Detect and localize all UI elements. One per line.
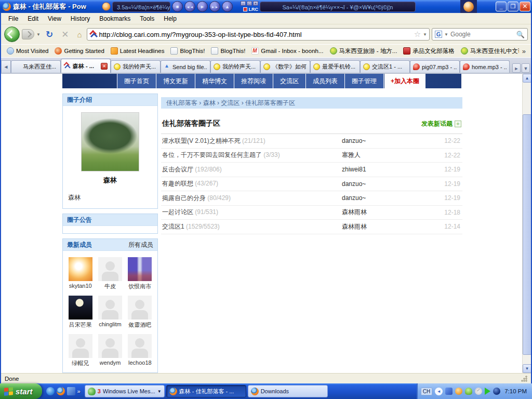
menu-item[interactable]: Help (159, 14, 181, 23)
player-prev-button[interactable]: ◄◄ (184, 1, 195, 12)
member-item[interactable]: lechoo18 (126, 334, 154, 367)
vertical-scrollbar[interactable]: ▲ ▼ (522, 74, 531, 373)
group-photo[interactable] (81, 112, 139, 171)
taskbar-task-button[interactable]: 3 Windows Live Mes... ▼ (85, 385, 165, 397)
tab[interactable]: Send big file... ✕ (161, 60, 210, 73)
bookmark-item[interactable]: Latest Headlines (108, 46, 167, 56)
language-indicator[interactable]: CH (421, 388, 432, 395)
tray-icon[interactable] (465, 388, 472, 395)
stop-button[interactable]: ✕ (58, 29, 72, 40)
menu-item[interactable]: Tools (136, 14, 158, 23)
bookmark-item[interactable]: Gmail - Inbox - boonh... (249, 46, 326, 56)
player-next-button[interactable]: ►► (209, 1, 220, 12)
topic-author-link[interactable]: 森林雨林 (342, 208, 434, 217)
group-nav-item[interactable]: 圈子首页 (117, 74, 156, 88)
tab-close-button[interactable]: ✕ (101, 63, 108, 70)
search-input[interactable] (450, 31, 514, 38)
breadcrumb[interactable]: 佳礼部落客 › 森林 › 交流区 › 佳礼部落客圈子区 (161, 97, 462, 109)
resize-grip[interactable] (521, 375, 527, 382)
topic-author-link[interactable]: danzuo~ (342, 137, 434, 144)
reload-button[interactable]: ↻ (43, 29, 56, 40)
member-item[interactable]: 敛靈酒吧 (126, 296, 154, 329)
player-play-button[interactable]: ► (197, 1, 208, 12)
player-restore-button[interactable]: □ (247, 1, 252, 6)
all-members-link[interactable]: 所有成员 (128, 241, 153, 249)
topic-author-link[interactable]: danzuo~ (342, 180, 434, 188)
restore-button[interactable]: ❐ (508, 2, 518, 11)
bookmark-item[interactable]: Most Visited (4, 46, 51, 56)
tray-icon[interactable] (475, 388, 482, 395)
topic-author-link[interactable]: zhiwei81 (342, 166, 434, 173)
topic-title-link[interactable]: 灌水联盟(V 2.01)之精神不死 (162, 137, 241, 144)
close-button[interactable]: ✕ (520, 2, 530, 11)
search-go-icon[interactable]: 🔍 (516, 31, 525, 38)
member-avatar[interactable] (128, 257, 152, 281)
member-avatar[interactable] (69, 334, 92, 358)
player-close-button[interactable]: × (253, 1, 258, 6)
firefox-quicklaunch-icon[interactable] (57, 387, 65, 395)
member-item[interactable]: 吕宋芒果 (66, 296, 95, 329)
quicklaunch-overflow-chevron[interactable]: » (77, 388, 81, 394)
tab[interactable]: 我的铃声天... ✕ (111, 60, 161, 73)
bookmarks-overflow-chevron[interactable]: » (520, 47, 528, 55)
bookmark-item[interactable]: 承品文化部落格 (401, 46, 457, 56)
task-group-dropdown-icon[interactable]: ▼ (157, 389, 162, 394)
bookmark-star-icon[interactable]: ☆ (414, 30, 421, 39)
scroll-down-button[interactable]: ▼ (523, 364, 531, 373)
member-item[interactable]: 绿帽兄 (66, 334, 95, 367)
member-item[interactable]: chinglitm (96, 296, 124, 329)
tab[interactable]: pig07.mp3 - ... ✕ (410, 60, 460, 73)
scroll-up-button[interactable]: ▲ (523, 74, 531, 83)
menu-item[interactable]: File (4, 14, 22, 23)
tab-list-dropdown-button[interactable]: ▼ (522, 63, 530, 73)
url-dropdown-icon[interactable]: ▼ (423, 32, 427, 37)
member-item[interactable]: 饮恨南市 (126, 257, 154, 290)
member-avatar[interactable] (69, 296, 92, 320)
topic-author-link[interactable]: 塞雅人 (342, 151, 434, 159)
topic-title-link[interactable]: 揭露自己的分身 (162, 194, 206, 202)
group-nav-item[interactable]: 推荐阅读 (234, 74, 273, 88)
app-quicklaunch-icon[interactable] (67, 387, 75, 395)
menu-item[interactable]: Edit (23, 14, 43, 23)
member-item[interactable]: skytan10 (66, 257, 95, 290)
join-group-button[interactable]: +加入本圈 (384, 74, 425, 88)
tab[interactable]: 森林 - ... ✕ (61, 59, 111, 73)
tab[interactable]: 交流区1 - ... ✕ (360, 60, 410, 73)
member-avatar[interactable] (98, 296, 122, 320)
topic-author-link[interactable]: danzuo~ (342, 194, 434, 202)
tab-scroll-left-button[interactable]: ◄ (1, 60, 11, 73)
forward-button[interactable] (22, 29, 34, 39)
scrollbar-thumb[interactable] (523, 114, 531, 355)
globe-overlay-icon[interactable] (460, 0, 477, 13)
topic-title-link[interactable]: 反击会议厅 (162, 166, 193, 173)
new-topic-button[interactable]: 发表新话题 + (421, 119, 461, 128)
taskbar-task-button[interactable]: 森林 - 佳礼部落客 - ... ▼ (166, 385, 246, 397)
url-input[interactable] (99, 31, 411, 38)
player-eject-button[interactable]: ▲ (222, 1, 233, 12)
menu-item[interactable]: View (44, 14, 65, 23)
search-bar[interactable]: G ▼ 🔍 (432, 28, 528, 41)
tab-scroll-right-button[interactable]: ► (512, 63, 521, 73)
bookmark-item[interactable]: 马来西亚佳礼中文论坛 (458, 46, 519, 56)
start-button[interactable]: start (0, 383, 42, 399)
minimize-button[interactable]: _ (496, 2, 507, 11)
bookmark-item[interactable]: BlogThis! (168, 46, 207, 56)
tab[interactable]: home.mp3 - ... ✕ (460, 60, 510, 73)
topic-title-link[interactable]: 交流区1 (162, 223, 184, 230)
tray-icon[interactable] (493, 388, 500, 395)
bookmark-item[interactable]: 马来西亚旅游 - 地方... (327, 46, 400, 56)
topic-title-link[interactable]: 各位，千万不要回去回复任何主题了 (162, 151, 262, 158)
member-avatar[interactable] (128, 334, 152, 358)
topic-title-link[interactable]: 一起讨论区 (162, 208, 193, 216)
url-bar[interactable]: ☆ ▼ (87, 28, 430, 41)
search-engine-dropdown-icon[interactable]: ▼ (444, 32, 448, 37)
member-avatar[interactable] (69, 257, 92, 281)
player-minimize-button[interactable]: - (241, 1, 246, 6)
member-avatar[interactable] (128, 296, 152, 320)
bookmark-item[interactable]: Getting Started (52, 46, 107, 56)
member-item[interactable]: wendym (96, 334, 124, 367)
group-nav-item[interactable]: 博文更新 (156, 74, 195, 88)
search-engine-icon[interactable]: G (435, 31, 442, 38)
tray-collapse-chevron[interactable]: ◄ (435, 388, 443, 395)
ie-quicklaunch-icon[interactable] (46, 387, 55, 395)
